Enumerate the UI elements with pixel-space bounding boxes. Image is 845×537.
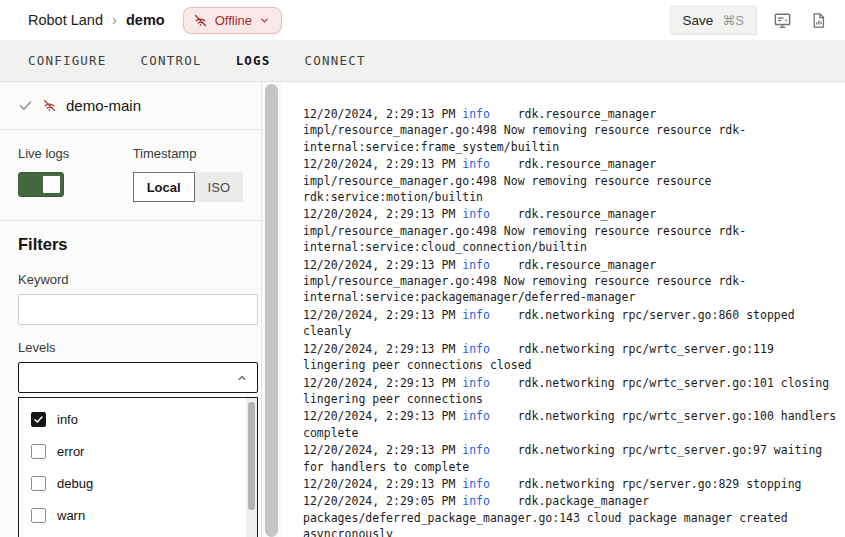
warn-checkbox[interactable]	[31, 508, 46, 523]
error-checkbox[interactable]	[31, 444, 46, 459]
level-option-label: debug	[57, 476, 93, 491]
level-option-info[interactable]: info	[19, 403, 257, 435]
levels-label: Levels	[18, 340, 243, 355]
toggle-knob	[43, 176, 60, 193]
log-level-badge: info	[462, 157, 490, 171]
log-level-badge: info	[462, 107, 490, 121]
timestamp-label: Timestamp	[133, 146, 243, 161]
live-logs-label: Live logs	[18, 146, 133, 161]
log-level-badge: info	[462, 308, 490, 322]
keyword-label: Keyword	[18, 272, 243, 287]
timestamp-segmented-control: Local ISO	[133, 172, 243, 202]
log-entry: 12/20/2024, 2:29:13 PM info rdk.networki…	[303, 408, 839, 441]
level-option-warn[interactable]: warn	[19, 499, 257, 531]
check-icon	[18, 98, 33, 113]
log-controls: Live logs Timestamp Local ISO	[0, 130, 261, 221]
log-timestamp: 12/20/2024, 2:29:13 PM	[303, 376, 462, 390]
log-level-badge: info	[462, 342, 490, 356]
log-timestamp: 12/20/2024, 2:29:13 PM	[303, 107, 462, 121]
log-entry: 12/20/2024, 2:29:13 PM info rdk.resource…	[303, 257, 839, 306]
status-badge-label: Offline	[215, 13, 252, 28]
sidebar-scrollbar[interactable]	[262, 82, 282, 537]
log-level-badge: info	[462, 258, 490, 272]
chevron-down-icon	[259, 15, 270, 26]
log-entry: 12/20/2024, 2:29:13 PM info rdk.resource…	[303, 206, 839, 255]
log-timestamp: 12/20/2024, 2:29:05 PM	[303, 494, 462, 508]
tab-bar: CONFIGURECONTROLLOGSCONNECT	[0, 40, 845, 82]
breadcrumb-separator-icon: ›	[112, 12, 117, 27]
info-checkbox[interactable]	[31, 412, 46, 427]
save-button[interactable]: Save ⌘S	[670, 6, 757, 35]
chevron-up-icon	[236, 372, 248, 384]
filters-title: Filters	[18, 235, 243, 254]
log-timestamp: 12/20/2024, 2:29:13 PM	[303, 157, 462, 171]
log-level-badge: info	[462, 443, 490, 457]
log-level-badge: info	[462, 494, 490, 508]
timestamp-local-button[interactable]: Local	[133, 172, 195, 202]
log-entry: 12/20/2024, 2:29:13 PM info rdk.resource…	[303, 156, 839, 205]
levels-dropdown: infoerrordebugwarn	[18, 397, 258, 537]
save-shortcut: ⌘S	[722, 13, 744, 28]
keyword-input[interactable]	[18, 294, 258, 325]
level-option-label: error	[57, 444, 84, 459]
header-actions: Save ⌘S	[670, 6, 829, 35]
tab-control[interactable]: CONTROL	[141, 53, 202, 68]
log-timestamp: 12/20/2024, 2:29:13 PM	[303, 443, 462, 457]
log-entry: 12/20/2024, 2:29:13 PM info rdk.networki…	[303, 375, 839, 408]
tab-connect[interactable]: CONNECT	[305, 53, 366, 68]
sidebar-scrollbar-thumb[interactable]	[265, 84, 278, 537]
level-option-debug[interactable]: debug	[19, 467, 257, 499]
log-entry: 12/20/2024, 2:29:13 PM info rdk.networki…	[303, 307, 839, 340]
log-timestamp: 12/20/2024, 2:29:13 PM	[303, 308, 462, 322]
part-name: demo-main	[66, 97, 141, 114]
tab-configure[interactable]: CONFIGURE	[28, 53, 107, 68]
log-message: rdk.networking rpc/server.go:829 stoppin…	[518, 477, 802, 491]
breadcrumb: Robot Land › demo	[28, 12, 165, 28]
level-option-label: warn	[57, 508, 85, 523]
tab-logs[interactable]: LOGS	[236, 53, 271, 68]
content-area: demo-main Live logs Timestamp Local ISO …	[0, 82, 845, 537]
log-timestamp: 12/20/2024, 2:29:13 PM	[303, 477, 462, 491]
monitor-icon-button[interactable]	[771, 9, 794, 32]
log-timestamp: 12/20/2024, 2:29:13 PM	[303, 342, 462, 356]
level-option-error[interactable]: error	[19, 435, 257, 467]
level-option-label: info	[57, 412, 78, 427]
log-entry: 12/20/2024, 2:29:13 PM info rdk.resource…	[303, 106, 839, 155]
log-entry: 12/20/2024, 2:29:13 PM info rdk.networki…	[303, 442, 839, 475]
timestamp-iso-button[interactable]: ISO	[195, 172, 243, 202]
save-button-label: Save	[683, 13, 714, 28]
breadcrumb-machine: demo	[126, 12, 165, 28]
log-entry: 12/20/2024, 2:29:13 PM info rdk.networki…	[303, 476, 839, 492]
monitor-icon	[773, 18, 792, 33]
debug-checkbox[interactable]	[31, 476, 46, 491]
breadcrumb-org[interactable]: Robot Land	[28, 12, 103, 28]
dropdown-scrollbar[interactable]	[246, 398, 257, 537]
dropdown-scrollbar-thumb[interactable]	[248, 402, 255, 510]
live-logs-toggle[interactable]	[18, 172, 64, 197]
log-timestamp: 12/20/2024, 2:29:13 PM	[303, 409, 462, 423]
log-panel: 12/20/2024, 2:29:13 PM info rdk.resource…	[282, 82, 845, 537]
file-chart-icon-button[interactable]	[808, 10, 829, 31]
machine-status-dropdown[interactable]: Offline	[183, 7, 282, 34]
log-level-badge: info	[462, 207, 490, 221]
sidebar: demo-main Live logs Timestamp Local ISO …	[0, 82, 262, 537]
top-header: Robot Land › demo Offline Save ⌘S	[0, 0, 845, 40]
log-timestamp: 12/20/2024, 2:29:13 PM	[303, 258, 462, 272]
filters-section: Filters Keyword Levels infoerrordebugwar…	[0, 221, 261, 537]
part-row-demo-main[interactable]: demo-main	[0, 82, 261, 130]
log-level-badge: info	[462, 409, 490, 423]
app-window: Robot Land › demo Offline Save ⌘S	[0, 0, 845, 537]
levels-combobox[interactable]	[18, 362, 258, 393]
log-timestamp: 12/20/2024, 2:29:13 PM	[303, 207, 462, 221]
log-level-badge: info	[462, 477, 490, 491]
wifi-off-icon	[193, 13, 208, 28]
log-entry: 12/20/2024, 2:29:05 PM info rdk.package_…	[303, 493, 839, 537]
log-entry: 12/20/2024, 2:29:13 PM info rdk.networki…	[303, 341, 839, 374]
wifi-off-icon	[42, 98, 57, 113]
log-level-badge: info	[462, 376, 490, 390]
file-chart-icon	[810, 17, 827, 32]
